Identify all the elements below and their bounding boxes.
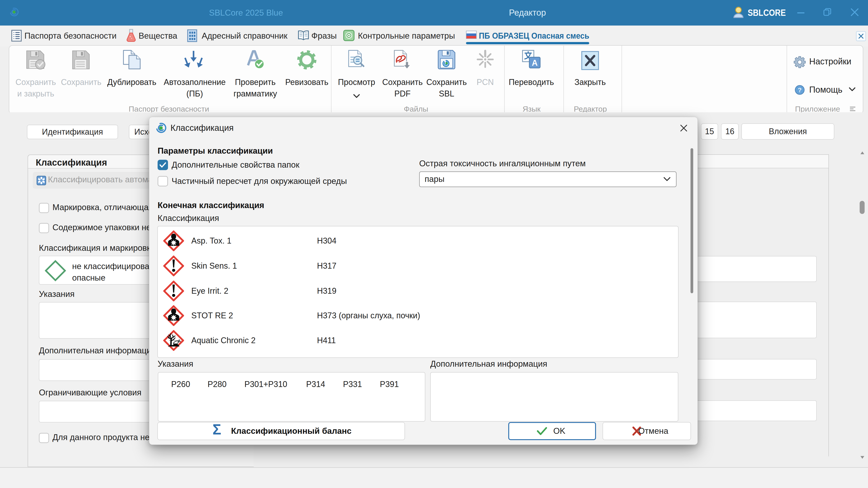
svg-text:A: A [532,58,538,68]
svg-text:?: ? [798,87,802,94]
